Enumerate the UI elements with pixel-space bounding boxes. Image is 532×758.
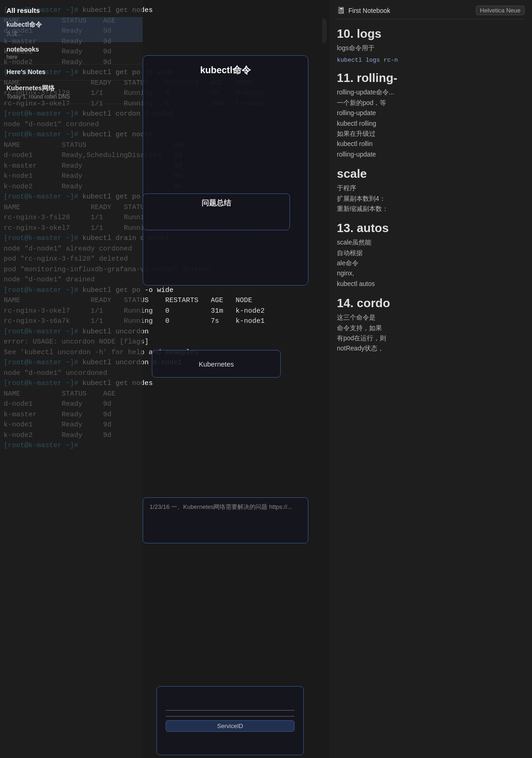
sidebar-item[interactable]: Here's Notes [0,64,143,81]
kube-label: Kubernetes [199,360,234,368]
service-id-box: ServiceID [166,720,295,732]
wenti-card[interactable]: 问题总结 [143,193,290,230]
section-body: 这三个命令是命令支持，如果有pod在运行，则notReady状态， [337,312,525,354]
right-section: 10. logs logs命令用于 kubectl logs rc-n [337,27,525,64]
section-body: 于程序扩展副本数到4：重新缩减副本数： [337,183,525,214]
section-body: scale虽然能自动根据ale命令nginx,kubectl autos [337,237,525,289]
sidebar-item-sub: 久没... [6,30,136,38]
sidebar-item-sub: Today 1, round robin DNS [6,93,136,100]
right-panel: 📓 First Notebook Helvetica Neue 10. logs… [330,0,532,758]
sidebar-item-title: Here's Notes [6,68,136,76]
section-number: scale [337,167,525,181]
sidebar-item-title: kubectl命令 [6,21,136,29]
service-card: ServiceID [156,686,304,755]
kube-card: Kubernetes [152,350,281,378]
arrow-line [166,710,295,717]
sidebar-item-title: notebooks [6,46,136,53]
kube-network-text: 1/23/16 一、Kubernetes网络需要解决的问题 https://..… [150,502,301,512]
section-number: 10. logs [337,27,525,41]
service-diagram: ServiceID [166,710,295,732]
section-code: kubectl logs rc-n [337,57,525,64]
right-section: 11. rolling- rolling-update命令...一个新的pod，… [337,71,525,159]
section-body: logs命令用于 [337,43,525,53]
section-number: 11. rolling- [337,71,525,85]
sidebar-item[interactable]: notebooks here [0,42,143,64]
sidebar-item[interactable]: Kubernetes网络 Today 1, round robin DNS [0,81,143,104]
font-selector[interactable]: Helvetica Neue [476,6,525,15]
section-body: rolling-update命令...一个新的pod，等rolling-upda… [337,87,525,159]
sidebar-item-sub: here [6,54,136,60]
notes-sidebar: All results kubectl命令 久没...notebooks her… [0,0,143,758]
diagram-line2 [166,716,295,717]
notebook-icon: 📓 [337,6,345,14]
sidebar-item-title: Kubernetes网络 [6,84,136,93]
right-section: 13. autos scale虽然能自动根据ale命令nginx,kubectl… [337,221,525,289]
notebook-title: First Notebook [348,7,390,14]
diagram-line [166,710,295,711]
kubectl-card[interactable]: kubectl命令 [143,55,308,286]
sidebar-item[interactable]: kubectl命令 久没... [0,17,143,42]
right-panel-header: 📓 First Notebook Helvetica Neue [337,6,525,19]
right-section: scale 于程序扩展副本数到4：重新缩减副本数： [337,167,525,214]
section-number: 14. cordo [337,296,525,310]
sidebar-header: All results [0,0,143,17]
right-section: 14. cordo 这三个命令是命令支持，如果有pod在运行，则notReady… [337,296,525,354]
kubectl-card-title: kubectl命令 [151,64,300,76]
wenti-title: 问题总结 [150,198,283,208]
section-number: 13. autos [337,221,525,235]
kube-network-card[interactable]: 1/23/16 一、Kubernetes网络需要解决的问题 https://..… [143,497,308,543]
